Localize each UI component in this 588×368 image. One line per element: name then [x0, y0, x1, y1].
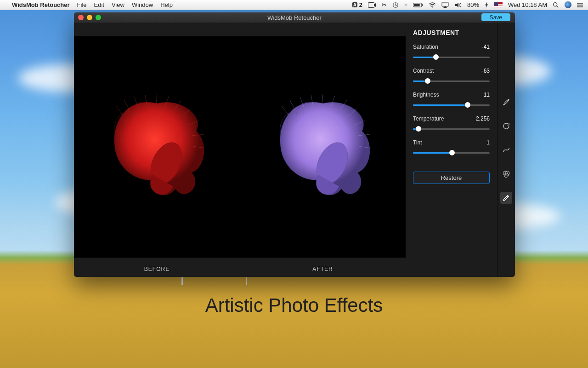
- bluetooth-icon[interactable]: ⌖: [404, 1, 407, 9]
- refresh-tool-icon[interactable]: [500, 120, 512, 132]
- after-image: [240, 36, 406, 258]
- slider-value: -41: [482, 44, 490, 50]
- brush-tool-icon[interactable]: [500, 96, 512, 108]
- tint-slider[interactable]: [413, 150, 490, 156]
- window-title: WidsMob Retoucher: [74, 14, 515, 21]
- menu-help[interactable]: Help: [160, 1, 173, 8]
- window-titlebar[interactable]: WidsMob Retoucher Save: [74, 12, 515, 23]
- svg-point-12: [577, 2, 579, 4]
- slider-value: 11: [484, 92, 490, 98]
- timemachine-icon[interactable]: [392, 2, 399, 8]
- notifications-icon[interactable]: [577, 2, 583, 8]
- screen-record-icon[interactable]: [368, 2, 376, 8]
- contrast-slider[interactable]: [413, 78, 490, 84]
- input-flag-icon[interactable]: [494, 2, 503, 8]
- slider-label: Temperature: [413, 115, 444, 122]
- menu-window[interactable]: Window: [132, 1, 153, 8]
- adjustment-panel: ADJUSTMENT Saturation-41 Contrast-63 Bri…: [406, 23, 498, 277]
- svg-point-13: [577, 4, 579, 6]
- menubar-clock[interactable]: Wed 10:18 AM: [508, 1, 547, 8]
- battery-percent[interactable]: 80%: [467, 1, 479, 8]
- siri-icon[interactable]: [565, 1, 571, 8]
- svg-rect-6: [442, 2, 448, 6]
- macos-menubar: WidsMob Retoucher File Edit View Window …: [0, 0, 588, 10]
- airplay-icon[interactable]: [441, 2, 449, 8]
- menu-file[interactable]: File: [77, 1, 87, 8]
- temperature-slider[interactable]: [413, 126, 490, 132]
- svg-point-14: [577, 6, 579, 7]
- panel-title: ADJUSTMENT: [413, 29, 490, 36]
- before-label: BEFORE: [74, 258, 240, 277]
- menu-view[interactable]: View: [112, 1, 124, 8]
- slider-label: Contrast: [413, 68, 434, 74]
- slider-value: 2,256: [476, 115, 490, 122]
- charge-icon: [485, 2, 489, 8]
- volume-icon[interactable]: [454, 2, 462, 8]
- svg-point-7: [554, 2, 557, 6]
- spotlight-icon[interactable]: [553, 2, 559, 8]
- svg-point-5: [432, 6, 433, 7]
- desktop-caption: Artistic Photo Effects: [0, 294, 588, 316]
- svg-rect-0: [368, 2, 374, 7]
- wifi-icon[interactable]: [429, 2, 436, 8]
- slider-label: Saturation: [413, 44, 438, 50]
- restore-button[interactable]: Restore: [413, 172, 490, 184]
- curve-tool-icon[interactable]: [500, 144, 512, 156]
- preview-panel: BEFORE AFTER: [74, 23, 406, 277]
- svg-line-8: [557, 6, 559, 7]
- before-image: [74, 36, 240, 258]
- overlap-tool-icon[interactable]: [500, 168, 512, 180]
- battery-icon[interactable]: [413, 2, 423, 8]
- svg-rect-4: [414, 4, 420, 6]
- after-label: AFTER: [240, 258, 406, 277]
- slider-value: -63: [482, 68, 490, 74]
- save-button[interactable]: Save: [481, 13, 510, 21]
- slider-value: 1: [486, 139, 490, 146]
- slider-label: Brightness: [413, 92, 439, 98]
- scissors-icon[interactable]: ✂: [382, 1, 387, 8]
- tool-rail: [498, 23, 515, 277]
- menu-edit[interactable]: Edit: [94, 1, 104, 8]
- slider-label: Tint: [413, 139, 422, 146]
- menubar-app-name[interactable]: WidsMob Retoucher: [12, 1, 70, 8]
- saturation-slider[interactable]: [413, 54, 490, 60]
- adobe-icon[interactable]: A 2: [352, 1, 362, 8]
- pencil-tool-icon[interactable]: [500, 192, 512, 204]
- svg-rect-3: [422, 4, 423, 6]
- app-window: WidsMob Retoucher Save: [74, 12, 515, 277]
- brightness-slider[interactable]: [413, 102, 490, 108]
